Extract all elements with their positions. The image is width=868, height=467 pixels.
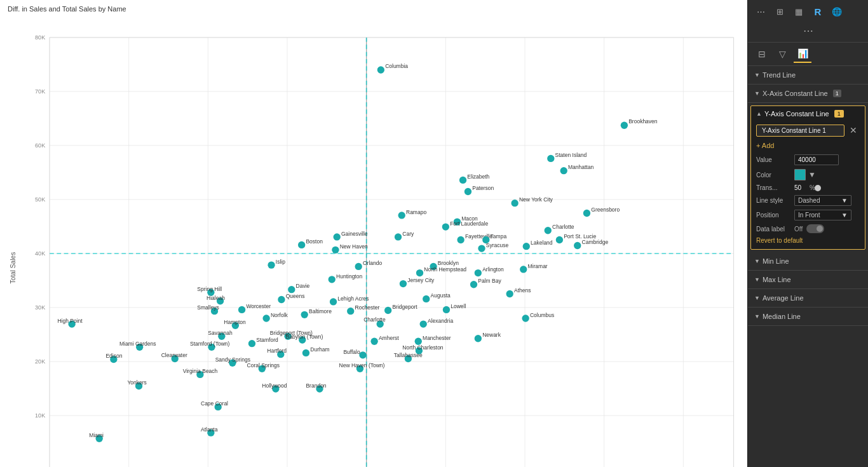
data-point[interactable] <box>334 233 341 240</box>
point-label: Greensboro <box>591 206 620 213</box>
value-row: Value <box>756 154 860 165</box>
data-point[interactable] <box>545 227 552 234</box>
average-line-header[interactable]: ▼ Average Line <box>748 289 868 307</box>
chart-title: Diff. in Sales and Total Sales by Name <box>0 0 747 15</box>
data-point[interactable] <box>423 295 430 302</box>
yaxis-constant-header[interactable]: ▲ Y-Axis Constant Line 1 <box>751 106 865 121</box>
point-label: Fort Lauderdale <box>450 220 488 227</box>
position-row: Position In Front ▼ <box>756 210 860 220</box>
data-point[interactable] <box>355 263 362 270</box>
y-tick: 60K <box>35 142 45 149</box>
point-label: Huntington <box>336 273 362 280</box>
data-point[interactable] <box>475 335 482 342</box>
point-label: Palm Bay <box>478 278 501 284</box>
point-label: Rochester <box>355 304 380 311</box>
trend-line-header[interactable]: ▼ Trend Line <box>748 66 868 84</box>
toggle-thumb <box>817 226 823 232</box>
data-point[interactable] <box>377 66 384 73</box>
add-line-btn[interactable]: + Add <box>756 140 860 151</box>
data-point[interactable] <box>384 307 391 314</box>
data-point[interactable] <box>443 306 450 313</box>
data-point[interactable] <box>238 306 245 313</box>
data-point[interactable] <box>302 349 309 356</box>
point-label: Charlotte <box>552 224 574 230</box>
data-point[interactable] <box>347 308 354 315</box>
data-point[interactable] <box>442 223 449 230</box>
data-point[interactable] <box>359 351 366 358</box>
y-tick: 70K <box>35 88 45 95</box>
data-point[interactable] <box>560 167 567 174</box>
data-point[interactable] <box>522 315 529 321</box>
panel-r-btn[interactable]: R <box>810 4 825 19</box>
data-point[interactable] <box>248 340 255 347</box>
point-label: Smalleys <box>197 304 219 311</box>
data-point[interactable] <box>416 269 423 276</box>
datalabel-toggle[interactable] <box>806 224 824 233</box>
data-point[interactable] <box>370 338 377 345</box>
section-min-line: ▼ Min Line <box>748 252 868 271</box>
data-point[interactable] <box>298 241 305 248</box>
panel-table-btn[interactable]: ▦ <box>791 4 806 19</box>
data-point[interactable] <box>262 315 269 321</box>
linestyle-arrow: ▼ <box>841 197 848 204</box>
y-tick: 80K <box>35 34 45 41</box>
data-point[interactable] <box>278 296 285 303</box>
yaxis-close-btn[interactable]: ✕ <box>847 124 860 137</box>
data-point[interactable] <box>400 280 407 287</box>
data-point[interactable] <box>511 200 518 206</box>
color-dropdown-arrow[interactable]: ▼ <box>808 170 816 179</box>
point-label: Syracuse <box>486 242 509 248</box>
xaxis-constant-header[interactable]: ▼ X-Axis Constant Line 1 <box>748 85 868 102</box>
position-dropdown[interactable]: In Front ▼ <box>794 210 851 220</box>
color-label: Color <box>756 172 794 179</box>
linestyle-dropdown[interactable]: Dashed ▼ <box>794 195 851 206</box>
data-point[interactable] <box>330 298 337 305</box>
data-point[interactable] <box>583 210 590 217</box>
data-point[interactable] <box>420 320 427 327</box>
data-point[interactable] <box>523 243 530 250</box>
average-line-label: Average Line <box>763 294 804 302</box>
data-point[interactable] <box>478 245 485 252</box>
point-label: North Charleston <box>402 344 444 351</box>
tab-grid-icon[interactable]: ⊟ <box>753 45 771 63</box>
datalabel-label: Data label <box>756 226 794 233</box>
panel-menu-btn[interactable]: ⋯ <box>753 4 768 19</box>
data-point[interactable] <box>547 155 554 162</box>
data-point[interactable] <box>268 261 275 268</box>
revert-link[interactable]: Revert to default <box>756 237 860 244</box>
data-point[interactable] <box>457 236 464 243</box>
data-point[interactable] <box>506 290 513 297</box>
point-label: New Haven (Town) <box>339 362 385 369</box>
data-point[interactable] <box>574 242 581 249</box>
color-swatch[interactable] <box>794 169 806 180</box>
data-point[interactable] <box>288 286 295 293</box>
tab-filter-icon[interactable]: ▽ <box>773 45 791 63</box>
tab-chart-icon[interactable]: 📊 <box>794 45 811 63</box>
data-point[interactable] <box>475 269 482 276</box>
yaxis-line-chip[interactable]: Y-Axis Constant Line 1 <box>756 125 844 137</box>
panel-globe-btn[interactable]: 🌐 <box>829 4 844 19</box>
panel-grid-btn[interactable]: ⊞ <box>772 4 787 19</box>
panel-more-btn[interactable]: ⋯ <box>753 23 863 38</box>
data-point[interactable] <box>398 212 405 219</box>
data-point[interactable] <box>621 122 628 129</box>
section-average-line: ▼ Average Line <box>748 289 868 308</box>
trans-value: 50 <box>794 184 807 191</box>
y-tick: 30K <box>35 304 45 311</box>
y-tick: 20K <box>35 358 45 365</box>
max-line-header[interactable]: ▼ Max Line <box>748 271 868 288</box>
data-point[interactable] <box>332 247 339 254</box>
median-line-header[interactable]: ▼ Median Line <box>748 308 868 325</box>
value-input[interactable] <box>794 154 839 165</box>
chevron-icon: ▼ <box>754 276 760 283</box>
data-point[interactable] <box>465 188 471 195</box>
data-point[interactable] <box>301 311 308 318</box>
data-point[interactable] <box>556 236 563 243</box>
min-line-header[interactable]: ▼ Min Line <box>748 252 868 270</box>
data-point[interactable] <box>329 276 336 283</box>
data-point[interactable] <box>520 266 527 273</box>
data-point[interactable] <box>395 233 402 240</box>
data-point[interactable] <box>459 177 466 184</box>
point-label: Spring Hill <box>197 286 222 292</box>
data-point[interactable] <box>470 281 477 288</box>
